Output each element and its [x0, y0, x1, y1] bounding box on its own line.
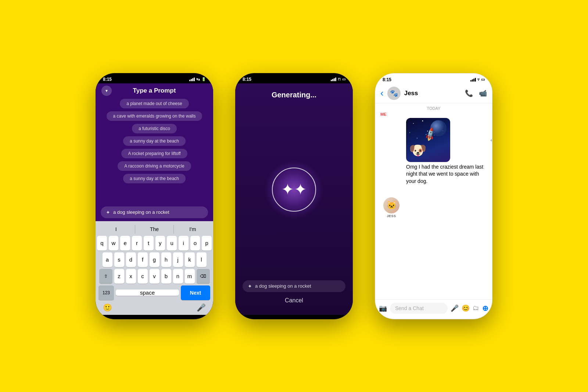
phone2-prompt-text: a dog sleeping on a rocket [255, 283, 311, 289]
key-j[interactable]: j [173, 252, 183, 267]
video-call-icon[interactable]: 📹 [479, 89, 487, 97]
emoji-icon[interactable]: 🙂 [103, 303, 112, 312]
autocomplete-word-i[interactable]: I [97, 225, 135, 234]
camera-icon[interactable]: 📷 [379, 304, 387, 312]
suggestion-item[interactable]: a cave with emeralds growing on the wall… [107, 111, 202, 121]
jess-sticker-label: JESS [387, 214, 396, 218]
key-shift[interactable]: ⇧ [99, 269, 112, 284]
autocomplete-word-im[interactable]: I'm [174, 225, 212, 234]
cancel-button[interactable]: Cancel [285, 297, 303, 304]
key-x[interactable]: x [126, 269, 136, 284]
key-row-1: q w e r t y u i o p [97, 236, 212, 251]
message-text: Omg I had the craziest dream last night … [406, 162, 487, 187]
key-row-2: a s d f g h j k l [97, 252, 212, 267]
prompt-input[interactable]: a dog sleeping on a rocket [113, 209, 203, 215]
glow-circle: ✦✦ [265, 160, 323, 219]
key-n[interactable]: n [173, 269, 183, 284]
suggestion-item[interactable]: A raccoon driving a motorcycle [118, 161, 191, 171]
wifi-icon: ▾▴ [196, 77, 200, 81]
mic-icon[interactable]: 🎤 [197, 303, 206, 312]
key-o[interactable]: o [190, 236, 200, 251]
key-f[interactable]: f [138, 252, 148, 267]
suggestion-item[interactable]: a planet made out of cheese [120, 99, 189, 108]
phone2-bottom: ✦ a dog sleeping on a rocket Cancel [235, 280, 353, 315]
key-l[interactable]: l [197, 252, 207, 267]
key-q[interactable]: q [97, 236, 107, 251]
battery-icon: 🔋 [201, 77, 206, 81]
status-bar-2: 8:15 ⊓ ▭ [235, 73, 353, 83]
key-p[interactable]: p [202, 236, 212, 251]
phone-call-icon[interactable]: 📞 [465, 89, 473, 97]
key-t[interactable]: t [144, 236, 154, 251]
key-space[interactable]: space [116, 289, 179, 296]
key-delete[interactable]: ⌫ [197, 269, 210, 284]
chat-input-bar: 📷 Send a Chat 🎤 😊 🗂 ⊕ [375, 299, 492, 317]
signal-icon [189, 78, 195, 81]
plus-icon[interactable]: ⊕ [482, 304, 488, 313]
key-e[interactable]: e [120, 236, 130, 251]
key-123[interactable]: 123 [98, 285, 114, 300]
me-label: ME [375, 112, 492, 118]
status-icons-2: ⊓ ▭ [331, 77, 345, 81]
status-icons-3: ▿ ▭ [470, 77, 485, 82]
key-a[interactable]: a [103, 252, 112, 267]
space-image[interactable]: 🐶 🚀 [406, 118, 450, 162]
phone1-content: ▾ Type a Prompt a planet made out of che… [96, 83, 213, 315]
svg-point-0 [413, 123, 414, 124]
key-v[interactable]: v [150, 269, 159, 284]
suggestion-list: a planet made out of cheese a cave with … [96, 97, 213, 204]
autocomplete-bar: I The I'm [97, 223, 212, 236]
key-h[interactable]: h [161, 252, 171, 267]
signal-icon-2 [331, 78, 336, 81]
glow-ring: ✦✦ [272, 168, 316, 212]
contact-avatar: 🐾 [387, 87, 401, 100]
key-s[interactable]: s [114, 252, 124, 267]
glow-container: ✦✦ [265, 99, 323, 280]
message-wrapper: 🐶 🚀 ↩ [406, 118, 487, 162]
key-y[interactable]: y [155, 236, 165, 251]
key-c[interactable]: c [138, 269, 148, 284]
autocomplete-word-the[interactable]: The [135, 225, 173, 234]
chat-header: ‹ 🐾 Jess 📞 📹 [375, 84, 492, 103]
phone2-prompt-row: ✦ a dog sleeping on a rocket [243, 280, 345, 292]
sticker-icon[interactable]: 🗂 [473, 304, 479, 312]
emoji-icon-chat[interactable]: 😊 [462, 304, 470, 312]
suggestion-item[interactable]: A rocket preparing for liftoff [121, 149, 187, 158]
key-m[interactable]: m [185, 269, 195, 284]
battery-icon-3: ▭ [481, 77, 485, 82]
suggestion-item[interactable]: a sunny day at the beach [123, 174, 186, 183]
dog-astronaut: 🐶 [409, 142, 426, 158]
share-button[interactable]: ↩ [490, 136, 492, 143]
phone2-content: Generating... ✦✦ ✦ a dog sleeping on a r… [235, 83, 353, 315]
chevron-down-icon: ▾ [105, 88, 108, 93]
status-icons-1: ▾▴ 🔋 [189, 77, 206, 81]
wifi-icon-3: ▿ [477, 77, 480, 82]
header-action-icons: 📞 📹 [465, 89, 487, 97]
mic-icon-chat[interactable]: 🎤 [451, 304, 459, 312]
key-g[interactable]: g [150, 252, 159, 267]
chat-input[interactable]: Send a Chat [390, 303, 448, 314]
key-z[interactable]: z [114, 269, 124, 284]
prompt-input-row[interactable]: ✦ a dog sleeping on a rocket [101, 206, 208, 218]
keyboard-bottom: 🙂 🎤 [97, 300, 212, 313]
status-bar-1: 8:15 ▾▴ 🔋 [96, 73, 213, 83]
sparkle-symbol: ✦✦ [281, 182, 307, 197]
time-3: 8:15 [383, 77, 391, 82]
back-button[interactable]: ‹ [380, 87, 384, 99]
key-b[interactable]: b [161, 269, 171, 284]
key-u[interactable]: u [167, 236, 177, 251]
suggestion-item[interactable]: a futuristic disco [132, 124, 177, 133]
key-d[interactable]: d [126, 252, 136, 267]
chevron-down-btn[interactable]: ▾ [101, 86, 112, 96]
key-r[interactable]: r [132, 236, 142, 251]
suggestion-item[interactable]: a sunny day at the beach [123, 136, 186, 146]
key-k[interactable]: k [185, 252, 195, 267]
status-bar-3: 8:15 ▿ ▭ [375, 73, 492, 84]
svg-point-5 [417, 138, 417, 139]
phone-1: 8:15 ▾▴ 🔋 ▾ Type a Prompt a planet made … [96, 73, 213, 319]
key-i[interactable]: i [179, 236, 189, 251]
battery-icon-2: ▭ [342, 77, 345, 81]
key-w[interactable]: w [109, 236, 119, 251]
phone3-content: ‹ 🐾 Jess 📞 📹 TODAY ME [375, 84, 492, 317]
key-next[interactable]: Next [181, 285, 210, 300]
